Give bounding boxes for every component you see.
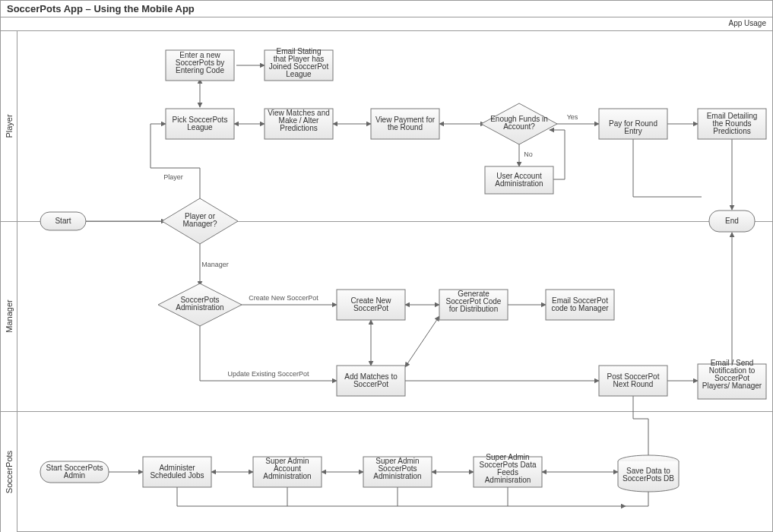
svg-text:Create NewSoccerPot: Create NewSoccerPot: [351, 296, 392, 312]
node-admin-sp: Super AdminSoccerPotsAdministration: [363, 457, 432, 487]
edge-label: Update Existing SoccerPot: [227, 370, 309, 378]
diagram-title: SoccerPots App – Using the Mobile App: [1, 1, 772, 17]
svg-text:Email / SendNotification toSoc: Email / SendNotification toSoccerPotPlay…: [702, 359, 762, 390]
node-create-new: Create NewSoccerPot: [337, 290, 405, 320]
lane-header-manager: Manager: [1, 221, 17, 411]
node-role-decision: Player orManager?: [162, 198, 238, 244]
svg-text:Player orManager?: Player orManager?: [182, 212, 217, 228]
node-view-matches: View Matches andMake / AlterPredictions: [265, 109, 333, 139]
svg-text:SoccerPotsAdministration: SoccerPotsAdministration: [176, 296, 223, 312]
node-view-payment: View Payment forthe Round: [371, 109, 439, 139]
edge-label: Manager: [201, 261, 229, 268]
node-gen-code: GenerateSoccerPot Codefor Distribution: [439, 290, 508, 320]
svg-text:Post SoccerPotNext Round: Post SoccerPotNext Round: [607, 372, 660, 388]
svg-text:Enter a newSoccerPots byEnteri: Enter a newSoccerPots byEntering Code: [176, 51, 225, 74]
lane-label: Manager: [5, 299, 14, 332]
node-end: End: [709, 211, 755, 232]
node-admin-account: Super AdminAccountAdministration: [253, 457, 322, 487]
node-start: Start: [40, 212, 86, 230]
node-pick-league: Pick SoccerPotsLeague: [166, 109, 234, 139]
node-email-code: Email SoccerPotcode to Manager: [546, 290, 614, 320]
lane-label: SoccerPots: [5, 450, 14, 492]
edge-label: Yes: [567, 113, 578, 121]
edge-label: Player: [163, 173, 183, 181]
svg-text:Super AdminSoccerPots DataFeed: Super AdminSoccerPots DataFeedsAdminisra…: [479, 453, 536, 484]
diagram-frame: SoccerPots App – Using the Mobile App Ap…: [0, 0, 773, 532]
swimlanes: Player Manager SoccerPots Player Manager: [1, 31, 772, 531]
node-notify: Email / SendNotification toSoccerPotPlay…: [698, 359, 766, 399]
node-sp-admin-decision: SoccerPotsAdministration: [158, 283, 242, 326]
svg-text:Email Detailingthe RoundsPredi: Email Detailingthe RoundsPredictions: [707, 112, 758, 135]
lane-header-admin: SoccerPots: [1, 411, 17, 532]
node-user-admin: User AccountAdministration: [485, 166, 553, 194]
node-pay-round: Pay for RoundEntry: [599, 109, 667, 139]
svg-text:End: End: [725, 217, 739, 225]
lane-header-player: Player: [1, 31, 17, 221]
svg-text:Start: Start: [55, 217, 71, 225]
svg-text:Super AdminSoccerPotsAdministr: Super AdminSoccerPotsAdministration: [373, 457, 421, 480]
node-admin-feeds: Super AdminSoccerPots DataFeedsAdminisra…: [474, 453, 542, 487]
svg-text:Save Data toSoccerPots DB: Save Data toSoccerPots DB: [623, 467, 674, 483]
node-funds-decision: Enough Funds inAccount?: [481, 103, 557, 144]
lane-label: Player: [5, 114, 14, 138]
edge-label: No: [524, 150, 533, 158]
node-enter-code: Enter a newSoccerPots byEntering Code: [166, 50, 234, 81]
node-admin-start: Start SoccerPotsAdmin: [40, 461, 109, 483]
edge-label: Create New SoccerPot: [249, 294, 318, 302]
diagram-subtitle: App Usage: [1, 17, 772, 31]
node-post-round: Post SoccerPotNext Round: [599, 366, 667, 396]
flow-svg: Player Manager Yes No Create New SoccerP…: [17, 31, 773, 532]
node-email-round: Email Detailingthe RoundsPredictions: [698, 109, 766, 139]
svg-text:User AccountAdministration: User AccountAdministration: [495, 172, 543, 188]
node-email-join: Email Statingthat Player hasJoined Socce…: [265, 47, 333, 81]
node-admin-jobs: AdministerScheduled Jobs: [143, 457, 211, 487]
node-add-matches: Add Matches toSoccerPot: [337, 366, 405, 396]
node-db: Save Data toSoccerPots DB: [618, 455, 679, 492]
svg-text:Email SoccerPotcode to Manager: Email SoccerPotcode to Manager: [551, 296, 609, 312]
